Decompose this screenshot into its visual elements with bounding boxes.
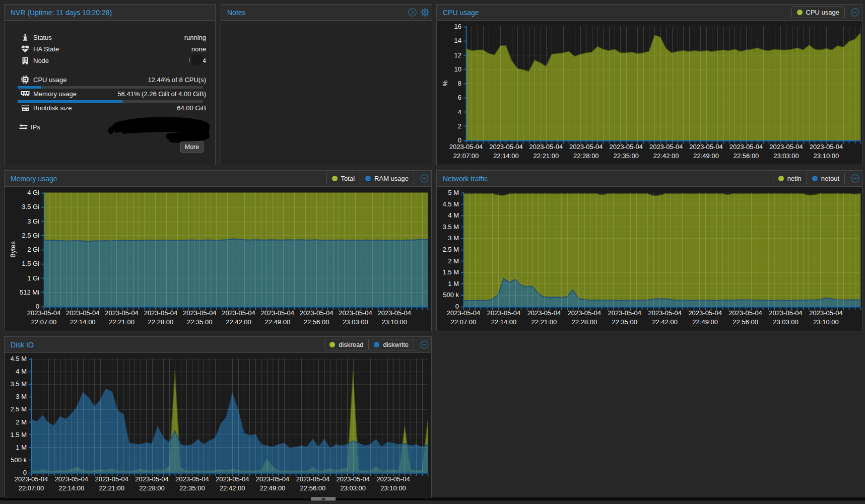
- x-tick-date-label: 2023-05-04: [487, 309, 521, 317]
- ips-label: IPs: [31, 123, 40, 131]
- disk-chart-svg: 4.5 M4 M3.5 M3 M2.5 M2 M1.5 M1 M500 k020…: [5, 353, 431, 497]
- y-tick-label: 1.5 M: [10, 431, 27, 439]
- disk-chart-title: Disk IO: [11, 341, 34, 349]
- memory-legend-ram-usage[interactable]: RAM usage: [360, 173, 414, 184]
- x-tick-time-label: 22:49:00: [265, 318, 291, 326]
- chevron-down-icon: [321, 498, 326, 500]
- x-tick-date-label: 2023-05-04: [608, 309, 642, 317]
- network-chart-body: 5 M4.5 M4 M3.5 M3 M2.5 M2 M1.5 M1 M500 k…: [437, 187, 862, 330]
- x-tick-time-label: 22:49:00: [260, 484, 286, 492]
- x-tick-date-label: 2023-05-04: [728, 309, 762, 317]
- x-tick-date-label: 2023-05-04: [336, 475, 370, 483]
- notes-panel-header: Notes: [221, 5, 432, 21]
- x-tick-time-label: 23:10:00: [814, 152, 839, 160]
- legend-dot-icon: [797, 10, 803, 15]
- y-tick-label: 4.5 M: [442, 200, 459, 208]
- network-chart-header: Network trafficnetinnetout: [437, 171, 862, 187]
- cpu-icon: [20, 76, 31, 84]
- x-tick-time-label: 22:21:00: [109, 318, 135, 326]
- legend-dot-icon: [365, 176, 371, 181]
- x-tick-time-label: 23:03:00: [343, 318, 368, 326]
- y-tick-label: 1 Gi: [27, 274, 39, 282]
- x-tick-date-label: 2023-05-04: [729, 143, 763, 151]
- cpu-chart-svg: 1614121086420%2023-05-0422:07:002023-05-…: [437, 21, 862, 165]
- y-tick-label: 5 M: [448, 189, 459, 196]
- x-tick-date-label: 2023-05-04: [183, 309, 217, 317]
- x-tick-time-label: 23:10:00: [380, 484, 406, 492]
- ha-state-row: HA State none: [5, 44, 215, 53]
- x-tick-time-label: 22:28:00: [573, 152, 599, 160]
- bootdisk-row: Bootdisk size 64.00 GiB: [5, 103, 215, 112]
- collapse-chart-icon[interactable]: [851, 174, 859, 183]
- y-tick-label: 512 Mi: [20, 289, 39, 296]
- ips-row: IPs: [5, 122, 215, 131]
- x-tick-date-label: 2023-05-04: [222, 309, 255, 317]
- x-tick-time-label: 22:42:00: [226, 318, 251, 326]
- info-icon: [20, 33, 31, 41]
- x-tick-time-label: 22:56:00: [733, 318, 758, 326]
- bottom-splitter[interactable]: [0, 497, 865, 500]
- x-tick-date-label: 2023-05-04: [769, 309, 803, 317]
- x-tick-time-label: 22:14:00: [493, 152, 519, 160]
- cpu-legend-cpu-usage[interactable]: CPU usage: [791, 7, 845, 18]
- x-tick-time-label: 22:35:00: [187, 318, 213, 326]
- x-tick-time-label: 22:07:00: [451, 318, 477, 326]
- x-tick-date-label: 2023-05-04: [15, 475, 48, 483]
- vm-status-panel-header: NVR (Uptime: 11 days 10:20:28): [5, 5, 215, 21]
- cpu-chart-title: CPU usage: [443, 9, 479, 17]
- collapse-chart-icon[interactable]: [420, 174, 429, 183]
- y-tick-label: 2.5 M: [10, 405, 27, 413]
- more-button[interactable]: More: [180, 141, 204, 153]
- memory-chart-title: Memory usage: [11, 175, 57, 183]
- x-tick-date-label: 2023-05-04: [300, 309, 334, 317]
- splitter-collapse-handle[interactable]: [311, 497, 336, 500]
- x-tick-date-label: 2023-05-04: [569, 143, 603, 151]
- legend-label: CPU usage: [806, 9, 839, 16]
- legend-dot-icon: [329, 342, 335, 347]
- x-tick-time-label: 22:07:00: [19, 484, 44, 492]
- disk-chart-body: 4.5 M4 M3.5 M3 M2.5 M2 M1.5 M1 M500 k020…: [5, 353, 431, 496]
- y-tick-label: 3.5 M: [442, 223, 459, 231]
- x-tick-time-label: 22:28:00: [148, 318, 174, 326]
- x-tick-date-label: 2023-05-04: [529, 143, 563, 151]
- x-tick-date-label: 2023-05-04: [144, 309, 178, 317]
- y-axis-unit-label: %: [441, 80, 449, 86]
- network-legend-netin[interactable]: netin: [773, 173, 807, 184]
- notes-panel-body[interactable]: [221, 21, 432, 164]
- x-tick-date-label: 2023-05-04: [95, 475, 128, 483]
- legend-dot-icon: [778, 176, 784, 181]
- x-tick-date-label: 2023-05-04: [175, 475, 209, 483]
- memory-legend-total[interactable]: Total: [326, 173, 360, 184]
- gear-icon[interactable]: [421, 8, 429, 17]
- y-tick-label: 2.5 M: [442, 246, 459, 253]
- y-tick-label: 4: [458, 108, 461, 116]
- y-tick-label: 1.5 Gi: [22, 260, 39, 267]
- memory-usage-row: Memory usage 56.41% (2.26 GiB of 4.00 Gi…: [5, 89, 215, 98]
- legend-label: RAM usage: [374, 175, 409, 182]
- x-tick-date-label: 2023-05-04: [55, 475, 89, 483]
- network-legend-netout[interactable]: netout: [807, 173, 845, 184]
- legend-dot-icon: [332, 176, 338, 181]
- memory-usage-label: Memory usage: [33, 90, 77, 98]
- status-row: Status running: [5, 33, 215, 42]
- ha-state-value: none: [191, 45, 206, 53]
- collapse-chart-icon[interactable]: [420, 340, 429, 349]
- x-tick-time-label: 22:42:00: [220, 484, 245, 492]
- status-row-value: running: [184, 34, 206, 41]
- building-icon: [20, 56, 31, 64]
- x-tick-date-label: 2023-05-04: [689, 143, 723, 151]
- disk-legend-diskwrite[interactable]: diskwrite: [368, 339, 414, 350]
- y-tick-label: 16: [454, 23, 461, 30]
- x-tick-date-label: 2023-05-04: [609, 143, 643, 151]
- expand-notes-icon[interactable]: [408, 8, 417, 17]
- x-tick-time-label: 22:42:00: [652, 318, 678, 326]
- cpu-usage-chart-panel: CPU usageCPU usage1614121086420%2023-05-…: [436, 4, 862, 165]
- y-tick-label: 10: [454, 65, 461, 73]
- x-tick-date-label: 2023-05-04: [568, 309, 602, 317]
- y-tick-label: 500 k: [11, 456, 27, 464]
- memory-chart-svg: 4 Gi3.5 Gi3 Gi2.5 Gi2 Gi1.5 Gi1 Gi512 Mi…: [5, 187, 431, 331]
- x-tick-date-label: 2023-05-04: [377, 309, 411, 317]
- status-row-label: Status: [33, 34, 52, 41]
- collapse-chart-icon[interactable]: [851, 8, 859, 17]
- disk-legend-diskread[interactable]: diskread: [324, 339, 369, 350]
